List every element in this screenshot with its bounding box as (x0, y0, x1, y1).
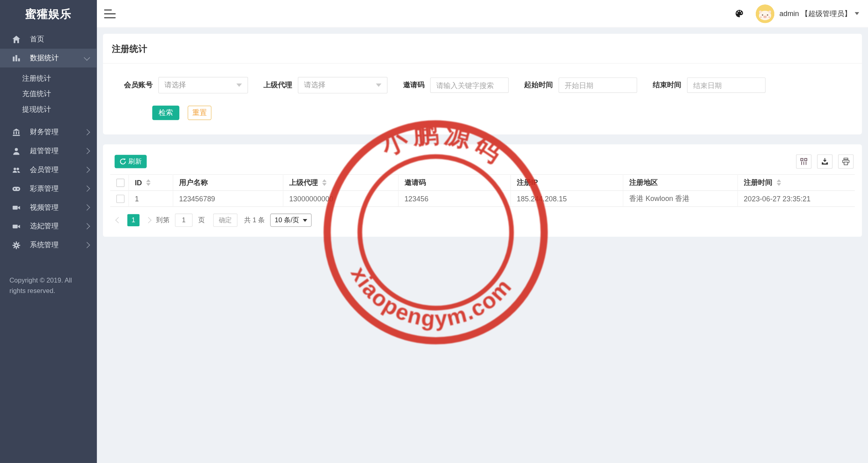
filter-start-time: 起始时间 (524, 78, 637, 93)
sidebar-item-label: 系统管理 (30, 240, 59, 250)
select-caret-icon (237, 84, 242, 87)
sidebar-item-label: 首页 (30, 34, 44, 44)
sidebar-item-register-stats[interactable]: 注册统计 (0, 71, 97, 86)
sidebar-nav: 首页 数据统计 注册统计 充值统计 提现统计 财务管理 (0, 28, 97, 254)
invite-code-input[interactable] (430, 78, 508, 93)
copyright-text: Copyright © 2019. All rights reserved. (9, 275, 88, 296)
print-icon (842, 158, 849, 165)
videocam-icon (12, 203, 21, 212)
group-icon (12, 166, 21, 174)
avatar[interactable] (756, 4, 775, 23)
sidebar-item-label: 会员管理 (30, 165, 59, 175)
cell-register-ip: 185.244.208.15 (510, 191, 623, 207)
sidebar-item-video[interactable]: 视频管理 (0, 198, 97, 217)
next-page-button[interactable] (144, 214, 152, 226)
export-icon (821, 158, 829, 165)
sidebar-item-lottery[interactable]: 彩票管理 (0, 179, 97, 198)
filter-parent-agent: 上级代理 请选择 (263, 77, 387, 93)
chevron-right-icon (84, 242, 90, 248)
sidebar-item-finance[interactable]: 财务管理 (0, 123, 97, 142)
sidebar-item-recharge-stats[interactable]: 充值统计 (0, 86, 97, 102)
user-menu[interactable]: admin 【超级管理员】 (780, 8, 859, 18)
parent-agent-select[interactable]: 请选择 (298, 77, 387, 93)
theme-palette-icon[interactable] (734, 9, 744, 18)
goto-page-input[interactable] (175, 213, 193, 227)
gamepad-icon (12, 184, 21, 193)
column-header-register-ip: 注册IP (517, 178, 538, 188)
column-header-id: ID (135, 178, 142, 187)
chevron-right-icon (84, 148, 90, 154)
start-date-input[interactable] (559, 78, 637, 93)
chevron-left-icon (115, 217, 122, 223)
cell-username: 123456789 (173, 191, 283, 207)
sort-icon[interactable] (322, 179, 326, 186)
reset-button[interactable]: 重置 (188, 106, 212, 120)
select-placeholder: 请选择 (165, 80, 186, 90)
sidebar-item-label: 财务管理 (30, 127, 59, 137)
table-card: 刷新 (103, 144, 862, 237)
page-size-select[interactable]: 10 条/页 (270, 213, 312, 227)
filter-row: 会员账号 请选择 上级代理 请选择 邀请码 (103, 64, 862, 93)
total-count: 共 1 条 (244, 215, 265, 225)
data-table: ID 用户名称 上级代理 邀请码 注册IP 注册地区 注册时间 1 (110, 174, 855, 207)
main-area: admin 【超级管理员】 注册统计 会员账号 请选择 (97, 0, 868, 463)
admin-app: 蜜獾娱乐 首页 数据统计 注册统计 充值统计 提现统计 (0, 0, 868, 463)
prev-page-button[interactable] (115, 214, 122, 226)
export-button[interactable] (817, 154, 833, 169)
columns-icon (800, 158, 808, 165)
menu-toggle-icon[interactable] (104, 9, 116, 18)
page-size-value: 10 条/页 (275, 215, 299, 225)
person-icon (12, 147, 21, 155)
filter-label: 结束时间 (653, 80, 682, 90)
chevron-right-icon (84, 129, 90, 135)
sidebar-item-home[interactable]: 首页 (0, 30, 97, 49)
goto-prefix: 到第 (156, 215, 169, 225)
chevron-right-icon (84, 223, 90, 229)
sidebar-item-members[interactable]: 会员管理 (0, 160, 97, 179)
sort-icon[interactable] (146, 179, 150, 186)
current-page[interactable]: 1 (128, 214, 140, 226)
row-checkbox[interactable] (116, 195, 125, 203)
page-title: 注册统计 (103, 34, 862, 64)
table-tools (790, 154, 854, 169)
videocam-icon (12, 222, 21, 231)
refresh-button[interactable]: 刷新 (115, 155, 147, 168)
cell-id: 1 (128, 191, 173, 207)
sidebar-item-label: 选妃管理 (30, 221, 59, 232)
goto-suffix: 页 (198, 215, 205, 225)
sidebar-item-system[interactable]: 系统管理 (0, 236, 97, 254)
sort-icon[interactable] (776, 179, 781, 186)
sidebar-item-label: 彩票管理 (30, 184, 59, 194)
filter-columns-button[interactable] (796, 154, 812, 169)
filter-label: 会员账号 (124, 80, 153, 90)
filter-invite-code: 邀请码 (403, 78, 509, 93)
sidebar-item-super-admin[interactable]: 超管管理 (0, 141, 97, 160)
home-icon (12, 35, 21, 43)
select-caret-icon (303, 219, 307, 221)
user-name: admin 【超级管理员】 (780, 8, 852, 18)
column-header-region: 注册地区 (629, 178, 658, 188)
column-header-username: 用户名称 (179, 178, 208, 188)
sidebar-item-data-stats[interactable]: 数据统计 (0, 49, 97, 68)
pagination: 1 到第 页 确定 共 1 条 10 条/页 (115, 213, 855, 227)
table-row: 1 123456789 13000000000 123456 185.244.2… (110, 191, 855, 207)
goto-confirm-button[interactable]: 确定 (213, 213, 238, 227)
sidebar-item-withdraw-stats[interactable]: 提现统计 (0, 102, 97, 117)
chevron-right-icon (145, 217, 152, 223)
cell-agent: 13000000000 (283, 191, 398, 207)
sidebar-item-xuanfei[interactable]: 选妃管理 (0, 217, 97, 236)
member-account-select[interactable]: 请选择 (158, 77, 248, 93)
end-date-input[interactable] (687, 78, 765, 93)
content: 注册统计 会员账号 请选择 上级代理 请选择 (97, 28, 868, 463)
filter-label: 上级代理 (263, 80, 292, 90)
search-button[interactable]: 检索 (152, 106, 179, 120)
refresh-label: 刷新 (128, 157, 142, 166)
print-button[interactable] (838, 154, 854, 169)
app-logo: 蜜獾娱乐 (0, 0, 97, 28)
column-header-register-time: 注册时间 (744, 178, 773, 188)
sidebar-item-label: 数据统计 (30, 53, 59, 63)
caret-down-icon (855, 12, 859, 15)
filter-card: 注册统计 会员账号 请选择 上级代理 请选择 (103, 34, 862, 134)
chevron-right-icon (84, 186, 90, 192)
select-all-checkbox[interactable] (116, 178, 125, 187)
